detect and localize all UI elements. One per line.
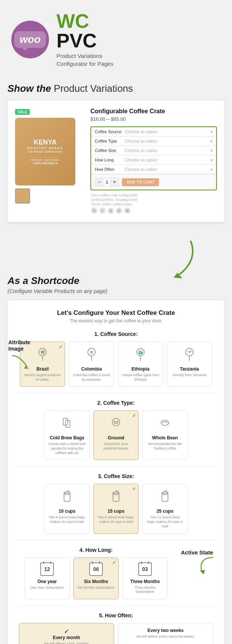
product-image-side: SALE KENYA ROASTED BEANS THE FINEST COFF…	[15, 108, 83, 214]
option-three-months[interactable]: 03 Three Months Three Months Subscriptio…	[122, 557, 168, 599]
select-coffee-source[interactable]: Choose an option	[125, 129, 211, 134]
cold-brew-icon	[48, 415, 86, 433]
option-tanzania[interactable]: 🌱 Tanzania Directly from Tanzania	[167, 342, 212, 387]
config-title: Let's Configure Your Next Coffee Crate	[15, 309, 217, 317]
twitter-icon[interactable]: 𝕏	[91, 208, 97, 214]
15cups-name: 15 cups	[97, 509, 135, 514]
three-months-desc: Three Months Subscription	[126, 586, 164, 594]
product-details: Configurable Coffee Crate $16.00 – $85.0…	[90, 108, 217, 214]
step-1-options: ✓ 🌿 Brazil World's largest producer of c…	[15, 342, 217, 387]
variation-row-long: How Long Choose an option ▾	[91, 155, 216, 165]
every-month-name: Every month	[22, 635, 111, 640]
svg-text:☕: ☕	[89, 350, 94, 355]
option-colombia[interactable]: ☕ Colombia Colombia coffee is loved by e…	[69, 342, 114, 387]
every-two-weeks-desc: We will deliver a box, every two weeks.	[121, 635, 210, 639]
10cups-desc: Two 6 ounce brew bags, makes 10 cups in …	[48, 515, 86, 524]
option-15cups[interactable]: ✓ 15 cups Two 8 ounce brew bags, makes 1…	[93, 484, 139, 533]
option-cold-brew[interactable]: Cold Brew Bags Comes with a Grind Size s…	[44, 410, 90, 460]
tanzania-desc: Directly from Tanzania	[170, 373, 209, 378]
step-3-options: 10 cups Two 6 ounce brew bags, makes 10 …	[15, 484, 217, 533]
label-coffee-source: Coffee Source	[95, 129, 125, 134]
pvc-text: PVC	[56, 31, 113, 50]
active-state-label: Active State	[181, 549, 217, 556]
product-meta: SKU: coffee-crate-configurable CATEGORIE…	[90, 193, 217, 214]
option-whole-bean[interactable]: Whole Bean Recommended for the freshest …	[142, 410, 188, 460]
qty-plus-button[interactable]: +	[110, 178, 119, 186]
wc-pvc-title: WC PVC	[56, 11, 113, 50]
plugin-subtitle: Product Variations Configurator for Page…	[56, 52, 113, 68]
step-4-title: 4. How Long:	[15, 547, 177, 553]
15cups-icon	[97, 489, 135, 506]
step-2-options: Cold Brew Bags Comes with a Grind Size s…	[15, 410, 217, 460]
add-to-cart-button[interactable]: ADD TO CART	[122, 178, 159, 186]
checkmark-every-month: ✓	[64, 628, 69, 635]
25cups-icon	[146, 489, 184, 506]
option-one-year[interactable]: 12 One year One Year Subscription	[24, 557, 70, 599]
select-how-long[interactable]: Choose an option	[125, 158, 211, 162]
option-ground[interactable]: ✓ Ground Ground for your preferred brewe…	[93, 410, 139, 460]
quantity-control: − 1 +	[95, 178, 119, 187]
whole-bean-name: Whole Bean	[146, 435, 184, 440]
tanzania-icon: 🌱	[170, 346, 209, 364]
wc-text: WC	[56, 11, 113, 31]
svg-text:🌿: 🌿	[40, 350, 45, 355]
svg-text:🌱: 🌱	[187, 350, 192, 355]
every-month-desc: We will deliver a box, monthly.	[22, 642, 111, 644]
woo-logo-bubble: woo	[14, 31, 46, 48]
variation-form: Coffee Source Choose an option ▾ Coffee …	[90, 126, 217, 190]
option-10cups[interactable]: 10 cups Two 6 ounce brew bags, makes 10 …	[44, 484, 90, 533]
email-icon[interactable]: ✉	[124, 208, 130, 214]
chevron-size-icon: ▾	[211, 149, 212, 153]
facebook-icon[interactable]: f	[99, 208, 105, 214]
chevron-source-icon: ▾	[211, 130, 212, 134]
option-25cups[interactable]: 25 cups Two 11 ounce brew bags, makes 25…	[142, 484, 188, 533]
variation-row-often: How Often Choose an option ▾	[91, 165, 216, 174]
whole-bean-icon	[146, 415, 184, 433]
section1-title: Show the Product Variations	[8, 83, 224, 94]
ethiopia-icon: 🌍	[121, 346, 160, 364]
tanzania-name: Tanzania	[170, 366, 209, 372]
calendar-12-icon: 12	[40, 562, 54, 576]
select-coffee-size[interactable]: Choose an option	[125, 148, 211, 153]
option-ethiopia[interactable]: 🌍 Ethiopia Unique coffee types from Ethi…	[118, 342, 163, 387]
product-title: Configurable Coffee Crate	[90, 108, 217, 115]
variation-row-source: Coffee Source Choose an option ▾	[91, 127, 216, 137]
category-text: CATEGORIES: Uncategorized	[91, 198, 216, 202]
25cups-name: 25 cups	[146, 509, 184, 514]
colombia-desc: Colombia coffee is loved by everyone.	[72, 373, 111, 382]
select-coffee-type[interactable]: Choose an option	[125, 139, 211, 143]
woo-logo: woo	[11, 21, 49, 58]
step-3-title: 3. Coffee Size:	[15, 473, 217, 479]
thumbnail-1[interactable]	[15, 188, 30, 204]
select-how-often[interactable]: Choose an option	[125, 167, 211, 172]
price-range: $16.00 – $85.00	[90, 116, 217, 122]
six-months-desc: Six Months Subscription	[77, 586, 115, 590]
social-icons: 𝕏 f G P ✉	[91, 208, 216, 214]
step-5-options: ✓ Every month We will deliver a box, mon…	[15, 623, 217, 644]
ethiopia-desc: Unique coffee types from Ethiopia	[121, 373, 160, 382]
cold-brew-name: Cold Brew Bags	[48, 435, 86, 440]
step-2-title: 2. Coffee Type:	[15, 400, 217, 406]
ground-icon	[97, 415, 135, 433]
option-every-month[interactable]: ✓ Every month We will deliver a box, mon…	[19, 623, 114, 644]
six-months-name: Six Months	[77, 579, 115, 584]
option-every-two-weeks[interactable]: Every two weeks We will deliver a box, e…	[118, 623, 213, 644]
10cups-name: 10 cups	[48, 509, 86, 514]
product-demo-card: SALE KENYA ROASTED BEANS THE FINEST COFF…	[8, 100, 224, 222]
sale-badge: SALE	[15, 109, 30, 115]
calendar-03-icon: 03	[138, 562, 152, 576]
header-text: WC PVC Product Variations Configurator f…	[56, 11, 113, 68]
variation-row-size: Coffee Size Choose an option ▾	[91, 146, 216, 155]
product-image: KENYA ROASTED BEANS THE FINEST COFFEE EV…	[15, 118, 75, 185]
pinterest-icon[interactable]: P	[116, 208, 122, 214]
10cups-icon	[48, 489, 86, 506]
every-two-weeks-name: Every two weeks	[121, 628, 210, 633]
option-six-months[interactable]: ✓ 06 Six Months Six Months Subscription	[73, 557, 119, 599]
step-5-title: 5. How Often:	[15, 612, 217, 618]
qty-minus-button[interactable]: −	[95, 178, 104, 186]
tags-text: TAGS: coffee, coffee crates	[91, 202, 216, 206]
configurator-card: AttributeImage Let's Configure Your Next…	[8, 300, 224, 644]
25cups-desc: Two 11 ounce brew bags, makes 25 cups in…	[146, 515, 184, 529]
google-icon[interactable]: G	[108, 208, 114, 214]
whole-bean-desc: Recommended for the freshest coffee	[146, 442, 184, 451]
